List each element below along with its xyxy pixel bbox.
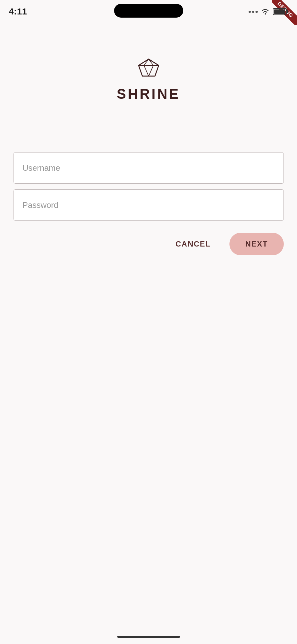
status-time: 4:11: [9, 7, 27, 17]
status-bar: 4:11: [0, 0, 297, 19]
signal-dots-icon: [249, 11, 258, 13]
main-content: SHRINE CANCEL NEXT: [0, 57, 297, 255]
cancel-button[interactable]: CANCEL: [169, 236, 217, 252]
svg-point-0: [265, 14, 266, 15]
login-form: CANCEL NEXT: [14, 152, 284, 255]
password-input[interactable]: [14, 189, 284, 221]
app-title: SHRINE: [117, 86, 180, 102]
username-input[interactable]: [14, 152, 284, 184]
shrine-logo-icon: [136, 57, 161, 79]
svg-line-6: [144, 65, 149, 76]
svg-marker-1: [139, 59, 159, 76]
svg-line-7: [149, 65, 153, 76]
notch: [114, 4, 183, 18]
home-indicator: [117, 636, 180, 638]
logo-container: SHRINE: [117, 57, 180, 102]
button-row: CANCEL NEXT: [14, 233, 284, 255]
status-icons: [249, 8, 288, 15]
wifi-icon: [261, 8, 270, 15]
next-button[interactable]: NEXT: [229, 233, 283, 255]
battery-icon: [273, 8, 288, 15]
